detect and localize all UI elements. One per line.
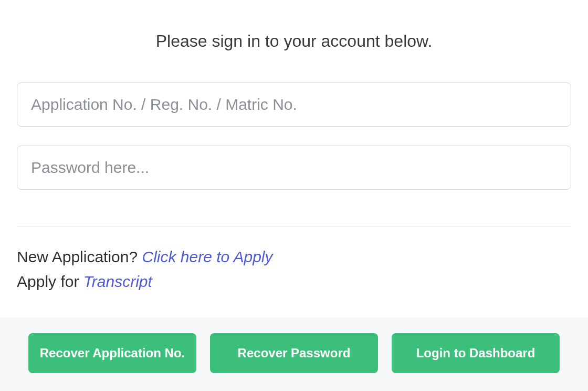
divider (17, 227, 571, 227)
new-application-prefix: New Application? (17, 248, 142, 265)
identifier-input[interactable] (17, 83, 571, 127)
page-title: Please sign in to your account below. (17, 32, 571, 51)
recover-app-no-button[interactable]: Recover Application No. (28, 333, 196, 373)
transcript-row: Apply for Transcript (17, 270, 571, 294)
apply-link[interactable]: Click here to Apply (142, 248, 272, 265)
recover-password-button[interactable]: Recover Password (210, 333, 378, 373)
footer-actions: Recover Application No. Recover Password… (0, 317, 588, 391)
transcript-link[interactable]: Transcript (83, 273, 152, 290)
transcript-prefix: Apply for (17, 273, 83, 290)
new-application-row: New Application? Click here to Apply (17, 245, 571, 270)
password-input[interactable] (17, 146, 571, 190)
login-button[interactable]: Login to Dashboard (392, 333, 560, 373)
